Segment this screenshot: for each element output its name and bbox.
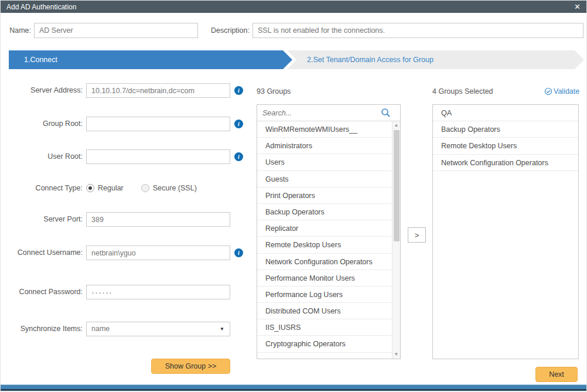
selected-group-name: Backup Operators: [441, 125, 500, 134]
selected-group-item[interactable]: Backup Operators: [433, 121, 578, 138]
connect-username-label: Connect Username:: [1, 246, 83, 260]
radio-regular[interactable]: [86, 184, 94, 192]
add-ad-authentication-dialog: Add AD Authentication ✕ Name: Descriptio…: [0, 0, 587, 392]
connect-password-input[interactable]: [86, 285, 230, 299]
group-list-item[interactable]: Distributed COM Users: [257, 303, 392, 319]
synchronize-items-value: name: [91, 325, 110, 333]
server-address-label: Server Address:: [1, 83, 83, 98]
search-icon[interactable]: [381, 108, 391, 120]
wizard-step-connect[interactable]: 1.Connect: [9, 50, 292, 69]
group-name: Guests: [265, 175, 289, 183]
group-list-item[interactable]: Network Configuration Operators: [257, 254, 392, 270]
group-name: Network Configuration Operators: [265, 258, 373, 266]
dialog-title: Add AD Authentication: [6, 3, 76, 11]
server-address-info-icon[interactable]: i: [234, 86, 243, 95]
show-group-button[interactable]: Show Group >>: [151, 359, 230, 374]
validate-label: Validate: [554, 87, 579, 96]
move-right-button[interactable]: >: [408, 227, 426, 243]
user-root-input[interactable]: [86, 149, 230, 164]
group-list-item[interactable]: Print Operators: [257, 188, 392, 204]
synchronize-items-label: Synchronize Items:: [1, 322, 83, 336]
name-label: Name:: [4, 23, 31, 38]
validate-link[interactable]: Validate: [544, 86, 581, 97]
group-name: Performance Monitor Users: [265, 274, 355, 282]
group-search-row: [257, 105, 400, 121]
radio-regular-label: Regular: [98, 184, 124, 192]
scroll-up-icon[interactable]: ▲: [393, 121, 400, 129]
group-name: Backup Operators: [265, 208, 325, 216]
group-name: Distributed COM Users: [265, 307, 341, 315]
chevron-down-icon: ▼: [220, 322, 224, 336]
server-port-label: Server Port:: [1, 212, 83, 227]
user-root-label: User Root:: [1, 149, 83, 164]
scroll-down-icon[interactable]: ▼: [393, 350, 400, 359]
group-list-item[interactable]: Users: [257, 154, 392, 171]
group-list-item[interactable]: Performance Log Users: [257, 287, 392, 303]
selected-groups-count-label: 4 Groups Selected: [432, 86, 493, 97]
selected-group-item[interactable]: QA: [433, 105, 578, 121]
group-name: Administrators: [265, 142, 312, 150]
group-name: Replicator: [265, 224, 298, 233]
selected-groups-panel: QA Backup Operators Remote Desktop Users…: [432, 104, 579, 359]
selected-group-name: QA: [441, 109, 452, 117]
close-icon[interactable]: ✕: [574, 3, 581, 11]
scrollbar-thumb[interactable]: [394, 130, 400, 241]
next-button[interactable]: Next: [535, 367, 578, 382]
group-name: Users: [265, 158, 285, 166]
group-root-info-icon[interactable]: i: [234, 120, 243, 128]
name-input[interactable]: [34, 23, 198, 38]
user-root-info-icon[interactable]: i: [234, 152, 243, 161]
selected-group-item[interactable]: Network Configuration Operators: [433, 155, 578, 171]
validate-check-icon: [544, 87, 552, 96]
wizard-step-tenant-domain-access[interactable]: 2.Set Tenant/Domain Access for Group: [287, 50, 584, 69]
group-name: Print Operators: [265, 192, 315, 200]
group-name: IIS_IUSRS: [265, 323, 301, 332]
groups-list: WinRMRemoteWMIUsers__ Administrators Use…: [257, 121, 392, 359]
dialog-titlebar: Add AD Authentication ✕: [1, 1, 586, 13]
group-list-item[interactable]: IIS_IUSRS: [257, 319, 392, 336]
group-list-item[interactable]: Remote Desktop Users: [257, 237, 392, 253]
selected-group-name: Network Configuration Operators: [441, 159, 548, 167]
group-list-item[interactable]: Performance Monitor Users: [257, 270, 392, 287]
group-search-input[interactable]: [257, 105, 400, 121]
group-name: WinRMRemoteWMIUsers__: [265, 125, 357, 134]
selected-groups-list: QA Backup Operators Remote Desktop Users…: [433, 105, 578, 359]
groups-count-label: 93 Groups: [257, 86, 291, 97]
server-address-input[interactable]: [86, 83, 230, 98]
connect-username-input[interactable]: [86, 246, 230, 260]
radio-secure-ssl-label: Secure (SSL): [153, 184, 197, 192]
group-root-input[interactable]: [86, 117, 230, 131]
dialog-bottom-bar: [1, 384, 586, 391]
connect-type-radio-group: Regular Secure (SSL): [86, 183, 211, 193]
group-list-item[interactable]: WinRMRemoteWMIUsers__: [257, 121, 392, 138]
group-root-label: Group Root:: [1, 117, 83, 131]
server-port-input[interactable]: [86, 212, 230, 227]
connect-password-label: Connect Password:: [1, 285, 83, 299]
description-label: Description:: [206, 23, 250, 38]
group-list-item[interactable]: Cryptographic Operators: [257, 336, 392, 352]
group-list-item[interactable]: Backup Operators: [257, 204, 392, 220]
group-list-item[interactable]: Guests: [257, 171, 392, 188]
radio-secure-ssl[interactable]: [141, 184, 149, 192]
groups-scrollbar[interactable]: ▲ ▼: [392, 121, 400, 359]
selected-group-name: Remote Desktop Users: [441, 142, 517, 150]
group-list-item[interactable]: Replicator: [257, 220, 392, 237]
connect-type-label: Connect Type:: [1, 181, 83, 196]
groups-panel: WinRMRemoteWMIUsers__ Administrators Use…: [257, 104, 401, 359]
synchronize-items-select[interactable]: name ▼: [86, 322, 230, 336]
group-list-item[interactable]: Administrators: [257, 138, 392, 154]
group-name: Remote Desktop Users: [265, 241, 341, 249]
connect-username-info-icon[interactable]: i: [234, 248, 243, 257]
group-name: Cryptographic Operators: [265, 340, 346, 348]
selected-group-item[interactable]: Remote Desktop Users: [433, 138, 578, 154]
group-name: Performance Log Users: [265, 291, 343, 299]
description-input[interactable]: [252, 23, 583, 38]
